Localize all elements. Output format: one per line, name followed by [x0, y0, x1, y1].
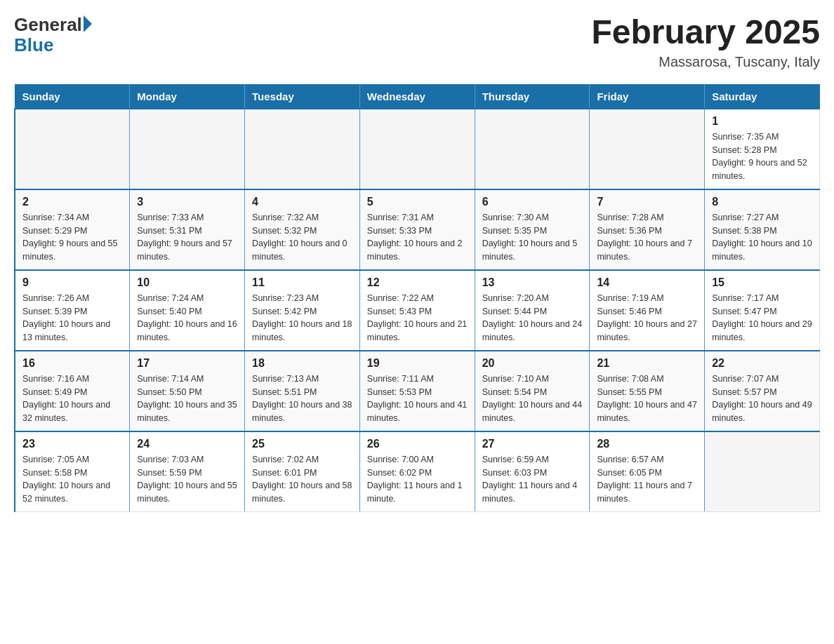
calendar-cell: [15, 109, 130, 189]
day-number: 28: [597, 438, 697, 450]
day-number: 11: [252, 276, 352, 289]
title-block: February 2025 Massarosa, Tuscany, Italy: [591, 14, 820, 70]
calendar-cell: [475, 109, 590, 189]
calendar-cell: 14Sunrise: 7:19 AM Sunset: 5:46 PM Dayli…: [590, 270, 705, 351]
day-info: Sunrise: 7:19 AM Sunset: 5:46 PM Dayligh…: [597, 292, 697, 344]
day-info: Sunrise: 6:59 AM Sunset: 6:03 PM Dayligh…: [482, 453, 583, 506]
day-info: Sunrise: 7:13 AM Sunset: 5:51 PM Dayligh…: [252, 373, 352, 425]
header-cell-saturday: Saturday: [705, 84, 820, 109]
day-info: Sunrise: 7:03 AM Sunset: 5:59 PM Dayligh…: [137, 453, 237, 506]
day-number: 21: [597, 357, 697, 370]
day-info: Sunrise: 7:27 AM Sunset: 5:38 PM Dayligh…: [712, 211, 812, 264]
day-number: 20: [482, 357, 583, 370]
calendar-cell: 26Sunrise: 7:00 AM Sunset: 6:02 PM Dayli…: [359, 431, 475, 512]
calendar-cell: [245, 109, 360, 189]
day-info: Sunrise: 7:14 AM Sunset: 5:50 PM Dayligh…: [137, 373, 237, 425]
calendar-cell: 1Sunrise: 7:35 AM Sunset: 5:28 PM Daylig…: [705, 109, 820, 189]
calendar-week-0: 1Sunrise: 7:35 AM Sunset: 5:28 PM Daylig…: [15, 109, 820, 189]
header-cell-wednesday: Wednesday: [359, 84, 475, 109]
calendar-cell: [130, 109, 245, 189]
calendar-cell: 22Sunrise: 7:07 AM Sunset: 5:57 PM Dayli…: [705, 351, 820, 431]
day-number: 2: [22, 196, 122, 208]
calendar-table: SundayMondayTuesdayWednesdayThursdayFrid…: [14, 84, 820, 512]
day-info: Sunrise: 7:16 AM Sunset: 5:49 PM Dayligh…: [22, 373, 122, 425]
day-info: Sunrise: 7:08 AM Sunset: 5:55 PM Dayligh…: [597, 373, 697, 425]
day-info: Sunrise: 7:05 AM Sunset: 5:58 PM Dayligh…: [22, 453, 122, 506]
calendar-cell: 4Sunrise: 7:32 AM Sunset: 5:32 PM Daylig…: [245, 189, 360, 270]
day-info: Sunrise: 7:31 AM Sunset: 5:33 PM Dayligh…: [367, 211, 468, 264]
day-number: 15: [712, 276, 812, 289]
calendar-cell: [705, 431, 820, 512]
day-number: 16: [22, 357, 122, 370]
header-cell-friday: Friday: [590, 84, 705, 109]
calendar-week-3: 16Sunrise: 7:16 AM Sunset: 5:49 PM Dayli…: [15, 351, 820, 431]
day-number: 18: [252, 357, 352, 370]
day-info: Sunrise: 7:35 AM Sunset: 5:28 PM Dayligh…: [712, 130, 812, 183]
calendar-cell: [359, 109, 475, 189]
day-number: 6: [482, 196, 583, 208]
logo-blue-text: Blue: [14, 34, 92, 56]
day-number: 9: [22, 276, 122, 289]
calendar-cell: 10Sunrise: 7:24 AM Sunset: 5:40 PM Dayli…: [130, 270, 245, 351]
day-number: 5: [367, 196, 468, 208]
day-number: 1: [712, 115, 812, 128]
day-info: Sunrise: 6:57 AM Sunset: 6:05 PM Dayligh…: [597, 453, 697, 506]
day-info: Sunrise: 7:32 AM Sunset: 5:32 PM Dayligh…: [252, 211, 352, 264]
day-number: 22: [712, 357, 812, 370]
day-info: Sunrise: 7:26 AM Sunset: 5:39 PM Dayligh…: [22, 292, 122, 344]
day-number: 25: [252, 438, 352, 450]
calendar-week-4: 23Sunrise: 7:05 AM Sunset: 5:58 PM Dayli…: [15, 431, 820, 512]
calendar-cell: 11Sunrise: 7:23 AM Sunset: 5:42 PM Dayli…: [245, 270, 360, 351]
day-number: 8: [712, 196, 812, 208]
day-info: Sunrise: 7:23 AM Sunset: 5:42 PM Dayligh…: [252, 292, 352, 344]
calendar-cell: 21Sunrise: 7:08 AM Sunset: 5:55 PM Dayli…: [590, 351, 705, 431]
day-number: 19: [367, 357, 468, 370]
day-info: Sunrise: 7:30 AM Sunset: 5:35 PM Dayligh…: [482, 211, 583, 264]
header-cell-monday: Monday: [130, 84, 245, 109]
calendar-cell: 2Sunrise: 7:34 AM Sunset: 5:29 PM Daylig…: [15, 189, 130, 270]
day-info: Sunrise: 7:17 AM Sunset: 5:47 PM Dayligh…: [712, 292, 812, 344]
header-row: SundayMondayTuesdayWednesdayThursdayFrid…: [15, 84, 820, 109]
day-info: Sunrise: 7:10 AM Sunset: 5:54 PM Dayligh…: [482, 373, 583, 425]
day-info: Sunrise: 7:28 AM Sunset: 5:36 PM Dayligh…: [597, 211, 697, 264]
day-number: 24: [137, 438, 237, 450]
day-number: 4: [252, 196, 352, 208]
day-info: Sunrise: 7:24 AM Sunset: 5:40 PM Dayligh…: [137, 292, 237, 344]
calendar-cell: 18Sunrise: 7:13 AM Sunset: 5:51 PM Dayli…: [245, 351, 360, 431]
day-number: 12: [367, 276, 468, 289]
day-number: 27: [482, 438, 583, 450]
logo-general-text: General: [14, 14, 82, 36]
day-info: Sunrise: 7:00 AM Sunset: 6:02 PM Dayligh…: [367, 453, 468, 506]
day-number: 26: [367, 438, 468, 450]
calendar-cell: 6Sunrise: 7:30 AM Sunset: 5:35 PM Daylig…: [475, 189, 590, 270]
calendar-cell: 23Sunrise: 7:05 AM Sunset: 5:58 PM Dayli…: [15, 431, 130, 512]
day-number: 17: [137, 357, 237, 370]
header-cell-thursday: Thursday: [475, 84, 590, 109]
calendar-cell: 15Sunrise: 7:17 AM Sunset: 5:47 PM Dayli…: [705, 270, 820, 351]
day-number: 10: [137, 276, 237, 289]
day-info: Sunrise: 7:22 AM Sunset: 5:43 PM Dayligh…: [367, 292, 468, 344]
day-number: 7: [597, 196, 697, 208]
calendar-cell: 19Sunrise: 7:11 AM Sunset: 5:53 PM Dayli…: [359, 351, 475, 431]
calendar-cell: 24Sunrise: 7:03 AM Sunset: 5:59 PM Dayli…: [130, 431, 245, 512]
calendar-cell: 9Sunrise: 7:26 AM Sunset: 5:39 PM Daylig…: [15, 270, 130, 351]
day-number: 14: [597, 276, 697, 289]
calendar-cell: 27Sunrise: 6:59 AM Sunset: 6:03 PM Dayli…: [475, 431, 590, 512]
logo: General Blue: [14, 14, 92, 56]
page-subtitle: Massarosa, Tuscany, Italy: [658, 54, 820, 70]
calendar-cell: 12Sunrise: 7:22 AM Sunset: 5:43 PM Dayli…: [359, 270, 475, 351]
calendar-cell: 25Sunrise: 7:02 AM Sunset: 6:01 PM Dayli…: [245, 431, 360, 512]
calendar-header: SundayMondayTuesdayWednesdayThursdayFrid…: [15, 84, 820, 109]
page-header: General Blue February 2025 Massarosa, Tu…: [14, 14, 820, 70]
day-number: 23: [22, 438, 122, 450]
day-info: Sunrise: 7:20 AM Sunset: 5:44 PM Dayligh…: [482, 292, 583, 344]
calendar-cell: 13Sunrise: 7:20 AM Sunset: 5:44 PM Dayli…: [475, 270, 590, 351]
calendar-cell: 7Sunrise: 7:28 AM Sunset: 5:36 PM Daylig…: [590, 189, 705, 270]
calendar-cell: 28Sunrise: 6:57 AM Sunset: 6:05 PM Dayli…: [590, 431, 705, 512]
calendar-cell: 17Sunrise: 7:14 AM Sunset: 5:50 PM Dayli…: [130, 351, 245, 431]
day-info: Sunrise: 7:33 AM Sunset: 5:31 PM Dayligh…: [137, 211, 237, 264]
day-info: Sunrise: 7:07 AM Sunset: 5:57 PM Dayligh…: [712, 373, 812, 425]
calendar-cell: 3Sunrise: 7:33 AM Sunset: 5:31 PM Daylig…: [130, 189, 245, 270]
calendar-week-2: 9Sunrise: 7:26 AM Sunset: 5:39 PM Daylig…: [15, 270, 820, 351]
day-info: Sunrise: 7:02 AM Sunset: 6:01 PM Dayligh…: [252, 453, 352, 506]
